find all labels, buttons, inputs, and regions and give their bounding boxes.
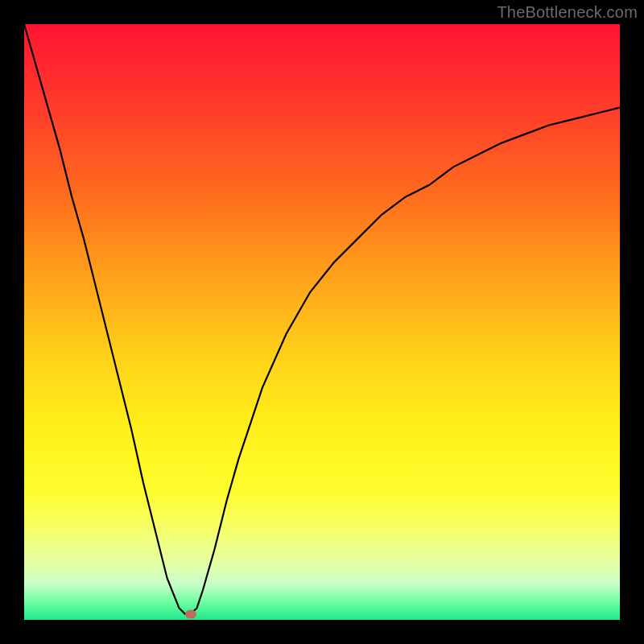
bottleneck-curve [24, 24, 620, 620]
optimal-point-marker [185, 609, 196, 618]
plot-area [24, 24, 620, 620]
watermark-text: TheBottleneck.com [497, 3, 638, 22]
chart-container: TheBottleneck.com [0, 0, 644, 644]
